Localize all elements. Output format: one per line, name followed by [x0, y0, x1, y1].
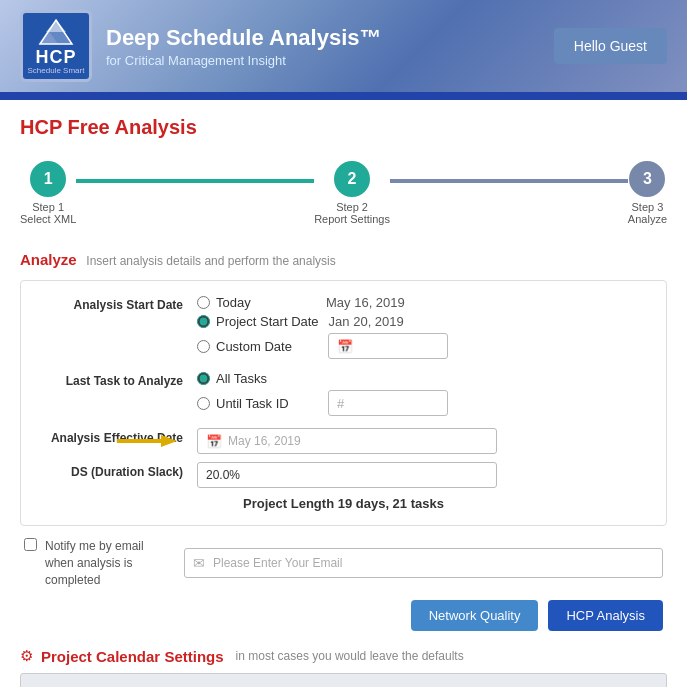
stepper: 1 Step 1 Select XML 2 Step 2 Report Sett…	[20, 153, 667, 233]
email-label-text: Notify me by email when analysis is comp…	[45, 538, 174, 588]
radio-custom-label: Custom Date	[216, 339, 316, 354]
header-title: Deep Schedule Analysis™ for Critical Man…	[106, 25, 382, 68]
radio-project-label: Project Start Date	[216, 314, 319, 329]
radio-all-tasks-label: All Tasks	[216, 371, 316, 386]
radio-today[interactable]	[197, 296, 210, 309]
calendar-settings-header: ⚙ Project Calendar Settings in most case…	[20, 647, 667, 665]
hash-icon: #	[337, 396, 344, 411]
analyze-subtitle: Insert analysis details and perform the …	[86, 254, 335, 268]
header-left: HCP Schedule Smart Deep Schedule Analysi…	[20, 10, 382, 82]
email-icon: ✉	[193, 555, 205, 571]
step-3-circle: 3	[629, 161, 665, 197]
radio-custom-row: Custom Date 📅	[197, 333, 650, 359]
effective-date-placeholder: May 16, 2019	[228, 434, 301, 448]
buttons-row: Network Quality HCP Analysis	[24, 600, 663, 631]
effective-date-controls: 📅 May 16, 2019	[197, 428, 650, 454]
step-2: 2 Step 2 Report Settings	[314, 161, 390, 225]
ds-controls	[197, 462, 650, 488]
effective-date-row: Analysis Effective Date 📅 May 16, 2019	[37, 428, 650, 454]
step-line-2	[390, 179, 628, 183]
step-3-label: Step 3	[632, 201, 664, 213]
effective-cal-icon: 📅	[206, 434, 222, 449]
step-line-1	[76, 179, 314, 183]
calendar-settings-section: ⚙ Project Calendar Settings in most case…	[20, 647, 667, 687]
step-2-circle: 2	[334, 161, 370, 197]
radio-custom[interactable]	[197, 340, 210, 353]
logo: HCP Schedule Smart	[20, 10, 92, 82]
radio-today-label: Today	[216, 295, 316, 310]
radio-project-row: Project Start Date Jan 20, 2019	[197, 314, 650, 329]
step-1: 1 Step 1 Select XML	[20, 161, 76, 225]
radio-until-label: Until Task ID	[216, 396, 316, 411]
hcp-analysis-button[interactable]: HCP Analysis	[548, 600, 663, 631]
radio-project[interactable]	[197, 315, 210, 328]
header: HCP Schedule Smart Deep Schedule Analysi…	[0, 0, 687, 92]
yellow-arrow-icon	[117, 429, 177, 453]
start-date-row: Analysis Start Date Today May 16, 2019 P…	[37, 295, 650, 363]
gear-icon: ⚙	[20, 647, 33, 665]
project-length: Project Length 19 days, 21 tasks	[37, 496, 650, 511]
svg-marker-2	[46, 20, 66, 32]
ds-input[interactable]	[197, 462, 497, 488]
page-title: HCP Free Analysis	[20, 116, 667, 139]
arrow-area: 📅 May 16, 2019	[197, 428, 497, 454]
radio-today-row: Today May 16, 2019	[197, 295, 650, 310]
calendar-icon: 📅	[337, 339, 353, 354]
greeting-box: Hello Guest	[554, 28, 667, 64]
radio-all-tasks[interactable]	[197, 372, 210, 385]
form-section: Analysis Start Date Today May 16, 2019 P…	[20, 280, 667, 526]
ds-label: DS (Duration Slack)	[37, 462, 197, 479]
network-quality-button[interactable]: Network Quality	[411, 600, 539, 631]
email-row: Notify me by email when analysis is comp…	[24, 538, 663, 588]
step-1-circle: 1	[30, 161, 66, 197]
custom-date-input[interactable]: 📅	[328, 333, 448, 359]
last-task-row: Last Task to Analyze All Tasks Until Tas…	[37, 371, 650, 420]
yellow-arrow-container	[117, 429, 177, 453]
last-task-controls: All Tasks Until Task ID #	[197, 371, 650, 420]
app-subtitle: for Critical Management Insight	[106, 53, 382, 68]
calendar-settings-subtitle: in most cases you would leave the defaul…	[236, 649, 464, 663]
analyze-title: Analyze	[20, 251, 77, 268]
email-buttons-section: Notify me by email when analysis is comp…	[20, 538, 667, 631]
radio-until-task[interactable]	[197, 397, 210, 410]
step-1-label: Step 1	[32, 201, 64, 213]
logo-subtitle: Schedule Smart	[28, 66, 85, 75]
step-2-sublabel: Report Settings	[314, 213, 390, 225]
radio-all-tasks-row: All Tasks	[197, 371, 650, 386]
email-input-box[interactable]: ✉ Please Enter Your Email	[184, 548, 663, 578]
calendar-settings-title: Project Calendar Settings	[41, 648, 224, 665]
effective-date-input[interactable]: 📅 May 16, 2019	[197, 428, 497, 454]
step-2-label: Step 2	[336, 201, 368, 213]
task-id-input[interactable]: #	[328, 390, 448, 416]
email-checkbox[interactable]	[24, 538, 37, 551]
last-task-label: Last Task to Analyze	[37, 371, 197, 388]
ds-row: DS (Duration Slack)	[37, 462, 650, 488]
logo-mountain-icon	[34, 18, 78, 46]
blue-divider	[0, 92, 687, 100]
svg-marker-4	[117, 435, 177, 447]
start-date-label: Analysis Start Date	[37, 295, 197, 312]
start-date-controls: Today May 16, 2019 Project Start Date Ja…	[197, 295, 650, 363]
step-3-sublabel: Analyze	[628, 213, 667, 225]
radio-until-row: Until Task ID #	[197, 390, 650, 416]
analyze-header: Analyze Insert analysis details and perf…	[20, 251, 667, 268]
project-date: Jan 20, 2019	[329, 314, 404, 329]
email-checkbox-label[interactable]: Notify me by email when analysis is comp…	[24, 538, 174, 588]
logo-text: HCP	[35, 48, 76, 66]
app-title: Deep Schedule Analysis™	[106, 25, 382, 51]
greeting-text: Hello Guest	[574, 38, 647, 54]
click-to-modify[interactable]: Click to Modify	[20, 673, 667, 687]
email-placeholder: Please Enter Your Email	[213, 556, 342, 570]
today-date: May 16, 2019	[326, 295, 405, 310]
step-1-sublabel: Select XML	[20, 213, 76, 225]
main-content: HCP Free Analysis 1 Step 1 Select XML 2 …	[0, 100, 687, 687]
step-3: 3 Step 3 Analyze	[628, 161, 667, 225]
